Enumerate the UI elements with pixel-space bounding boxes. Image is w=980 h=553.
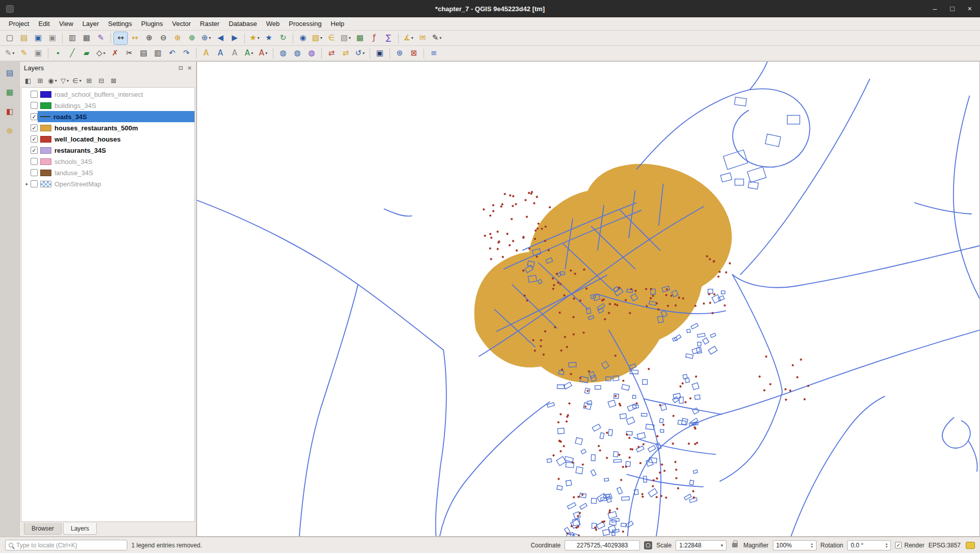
dropdown-arrow-icon[interactable]: ▾ <box>411 36 413 40</box>
lock-scale-icon[interactable] <box>732 543 738 547</box>
new-print-layout-button[interactable]: ▥ <box>66 32 79 44</box>
layer-item-schools_34S[interactable]: schools_34S <box>21 156 194 167</box>
layer-checkbox[interactable] <box>31 102 38 109</box>
dropdown-arrow-icon[interactable]: ▾ <box>320 36 322 40</box>
collapse-all-button[interactable]: ⊟ <box>96 75 107 86</box>
measure-button[interactable]: ∡▾ <box>402 32 415 44</box>
layers-dock-button[interactable]: ▦ <box>4 87 16 98</box>
select-by-expression-button[interactable]: ∈ <box>325 32 338 44</box>
dropdown-arrow-icon[interactable]: ▾ <box>67 78 69 83</box>
open-layer-styling-button[interactable]: ◧ <box>22 75 34 86</box>
menu-help[interactable]: Help <box>326 18 349 29</box>
locate-input[interactable] <box>16 542 124 549</box>
remove-layer-button[interactable]: ⊠ <box>108 75 119 86</box>
layer-labeling-options-button[interactable]: A <box>200 47 213 60</box>
layer-item-well_located_houses[interactable]: ✓well_located_houses <box>21 133 194 145</box>
style-manager-button[interactable]: ✎ <box>94 32 107 44</box>
highlight-pinned-labels-button[interactable]: A <box>228 47 241 60</box>
field-calculator-button[interactable]: ƒ <box>368 32 381 44</box>
save-layer-edits-button[interactable]: ▣ <box>32 47 45 60</box>
layer-checkbox[interactable]: ✓ <box>31 124 38 131</box>
vertex-tool-button[interactable]: ◇▾ <box>94 47 107 60</box>
menu-project[interactable]: Project <box>4 18 34 29</box>
expand-all-button[interactable]: ⊞ <box>83 75 95 86</box>
layer-item-OpenStreetMap[interactable]: ▸OpenStreetMap <box>21 178 194 189</box>
panel-close-button[interactable]: × <box>187 65 192 71</box>
add-group-button[interactable]: ⊞ <box>35 75 46 86</box>
menu-plugins[interactable]: Plugins <box>136 18 167 29</box>
open-attribute-table-button[interactable]: ▦ <box>353 32 367 44</box>
tab-browser[interactable]: Browser <box>24 523 62 535</box>
save-project-as-button[interactable]: ▣ <box>46 32 59 44</box>
osm-tools-button[interactable]: ⊠ <box>407 47 421 60</box>
save-project-button[interactable]: ▣ <box>32 32 45 44</box>
processing-toolbox-button[interactable]: ⊛ <box>393 47 406 60</box>
layer-item-roads_34S[interactable]: ✓roads_34S <box>21 111 194 122</box>
copy-features-button[interactable]: ▤ <box>137 47 150 60</box>
processing-dock-button[interactable]: ⊛ <box>4 125 16 136</box>
offline-editing-convert-button[interactable]: ⇄ <box>325 47 338 60</box>
show-spatial-bookmarks-button[interactable]: ★ <box>262 32 275 44</box>
menu-raster[interactable]: Raster <box>195 18 224 29</box>
layer-checkbox[interactable]: ✓ <box>31 135 38 143</box>
spinner-arrows-icon[interactable]: ▴▾ <box>886 542 888 548</box>
menu-vector[interactable]: Vector <box>167 18 195 29</box>
dropdown-arrow-icon[interactable]: ▾ <box>251 51 253 56</box>
redo-button[interactable]: ↷ <box>180 47 193 60</box>
menu-database[interactable]: Database <box>224 18 262 29</box>
osm-place-search-button[interactable]: ◍ <box>291 47 304 60</box>
pin-unpin-labels-button[interactable]: A▾ <box>242 47 256 60</box>
dropdown-arrow-icon[interactable]: ▾ <box>79 78 81 83</box>
layer-checkbox[interactable] <box>31 158 38 165</box>
deselect-features-button[interactable]: ▧▾ <box>339 32 352 44</box>
messages-icon[interactable] <box>966 542 975 549</box>
geocoder-button[interactable]: ◍ <box>305 47 318 60</box>
layer-diagram-options-button[interactable]: A <box>214 47 227 60</box>
toggle-editing-button[interactable]: ✎ <box>17 47 31 60</box>
dropdown-arrow-icon[interactable]: ▾ <box>349 36 351 40</box>
filter-legend-button[interactable]: ▽▾ <box>59 75 70 86</box>
render-checkbox[interactable]: ✓ Render <box>895 542 924 549</box>
locate-search[interactable] <box>5 540 127 550</box>
layer-item-buildings_34S[interactable]: buildings_34S <box>21 100 194 111</box>
maximize-button[interactable]: □ <box>950 5 954 13</box>
pan-to-selection-button[interactable]: ↔ <box>128 32 142 44</box>
statistical-summary-button[interactable]: ∑ <box>382 32 395 44</box>
new-spatial-bookmark-button[interactable]: ★▾ <box>248 32 261 44</box>
refresh-map-button[interactable]: ↻ <box>276 32 290 44</box>
offline-editing-sync-button[interactable]: ⇄ <box>339 47 352 60</box>
tab-layers[interactable]: Layers <box>63 523 97 535</box>
coordinate-input[interactable]: 2275725,-4029383 <box>565 540 640 550</box>
layer-checkbox[interactable] <box>31 169 38 176</box>
dropdown-arrow-icon[interactable]: ▾ <box>12 51 14 56</box>
layer-checkbox[interactable]: ✓ <box>31 113 38 120</box>
zoom-out-button[interactable]: ⊖ <box>157 32 170 44</box>
close-button[interactable]: × <box>968 5 972 13</box>
pan-map-button[interactable]: ↔ <box>114 32 127 44</box>
rotation-spinbox[interactable]: 0.0 ° ▴▾ <box>847 540 891 550</box>
layer-item-road_school_buffers_intersect[interactable]: road_school_buffers_intersect <box>21 89 194 100</box>
browser-dock-button[interactable]: ▤ <box>4 67 16 78</box>
manage-map-themes-button[interactable]: ◉▾ <box>47 75 58 86</box>
undo-button[interactable]: ↶ <box>165 47 179 60</box>
expander-icon[interactable]: ▸ <box>23 181 31 186</box>
new-project-button[interactable]: ▢ <box>3 32 16 44</box>
add-point-feature-button[interactable]: ∙ <box>51 47 65 60</box>
zoom-last-button[interactable]: ◀ <box>214 32 227 44</box>
delete-selected-button[interactable]: ✗ <box>108 47 122 60</box>
crs-label[interactable]: EPSG:3857 <box>929 542 961 549</box>
open-project-button[interactable]: ▤ <box>17 32 31 44</box>
layer-item-houses_restaurants_500m[interactable]: ✓houses_restaurants_500m <box>21 122 194 133</box>
panel-float-button[interactable]: ⊡ <box>179 65 183 71</box>
menu-layer[interactable]: Layer <box>78 18 104 29</box>
python-console-button[interactable]: ≡ <box>427 47 440 60</box>
menu-edit[interactable]: Edit <box>34 18 54 29</box>
dropdown-arrow-icon[interactable]: ▾ <box>209 36 211 40</box>
layout-manager-button[interactable]: ▦ <box>80 32 93 44</box>
styling-dock-button[interactable]: ◧ <box>4 106 16 117</box>
current-edits-button[interactable]: ✎▾ <box>3 47 16 60</box>
identify-features-button[interactable]: ◉ <box>296 32 310 44</box>
menu-web[interactable]: Web <box>262 18 285 29</box>
chevron-down-icon[interactable]: ▾ <box>721 543 723 548</box>
layer-checkbox[interactable]: ✓ <box>31 147 38 154</box>
